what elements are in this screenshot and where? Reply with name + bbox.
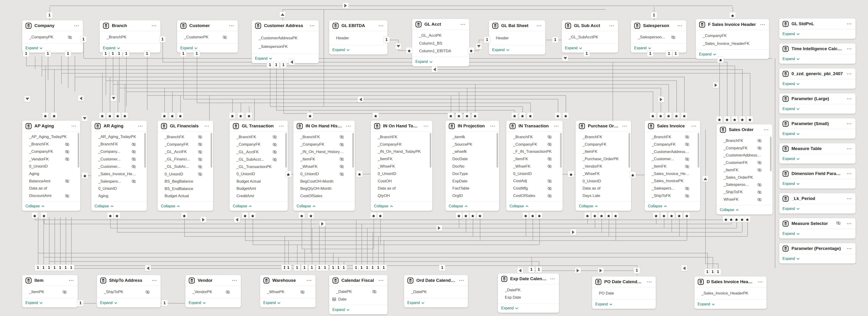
field-row-date[interactable]: Date <box>329 297 388 302</box>
collapse-link[interactable]: Collapse <box>645 201 700 211</box>
expand-link[interactable]: Expand <box>779 129 856 138</box>
collapse-link[interactable]: Collapse <box>91 201 147 211</box>
field-row-branchfk[interactable]: _BranchFK <box>158 134 213 139</box>
field-row-0-unionid[interactable]: 0_UnionID <box>229 172 288 177</box>
collapse-link[interactable]: Collapse <box>22 201 80 211</box>
field-row-costofsales[interactable]: CostOfSales <box>506 193 563 198</box>
eye-off-icon[interactable] <box>272 134 277 139</box>
expand-link[interactable]: Expand <box>779 179 856 188</box>
field-row-begqtyoh-month[interactable]: BegQtyOH-Month <box>293 186 355 191</box>
expand-link[interactable]: Expand <box>185 298 241 308</box>
eye-off-icon[interactable] <box>547 164 552 169</box>
field-row-sales-orderpk[interactable]: _Sales_OrderPK <box>717 175 773 180</box>
field-row-companyfk[interactable]: _CompanyFK <box>506 142 563 147</box>
expand-link[interactable]: Expand <box>779 204 856 213</box>
table-menu-button[interactable]: ⋯ <box>553 125 559 127</box>
field-row-shiptofk[interactable]: _ShipToFK <box>645 193 700 198</box>
field-row-vendorfk[interactable]: _VendorFK <box>576 164 631 169</box>
field-row-salesperson[interactable]: _Salesperson... <box>631 35 686 40</box>
eye-off-icon[interactable] <box>272 142 277 147</box>
field-row-vendorfk[interactable]: _VendorFK <box>22 157 80 162</box>
table-card-d-sales-invoice-header[interactable]: D Sales Invoice Header⋯_Sales_Invoice_He… <box>694 277 767 309</box>
table-card-po-date-calendar-fiscal[interactable]: PO Date Calendar Fiscal⋯PO DateExpand <box>592 277 656 309</box>
field-row-itemfk[interactable]: _ItemFK <box>576 149 631 154</box>
eye-off-icon[interactable] <box>547 157 552 161</box>
field-row-purchase-orderpk[interactable]: _Purchase_OrderPK <box>576 157 631 161</box>
table-menu-button[interactable]: ⋯ <box>378 25 384 27</box>
table-menu-button[interactable]: ⋯ <box>73 25 80 27</box>
eye-off-icon[interactable] <box>131 164 136 169</box>
table-menu-button[interactable]: ⋯ <box>151 25 157 27</box>
eye-off-icon[interactable] <box>62 290 67 294</box>
table-card-parameter-small[interactable]: Parameter (Small)⋯Expand <box>779 118 856 139</box>
eye-off-icon[interactable] <box>757 182 762 187</box>
expand-link[interactable]: Expand <box>489 45 545 55</box>
field-row-branchfk[interactable]: _BranchFK <box>717 138 773 143</box>
field-row-sales-invoicepk[interactable]: _Sales_InvoicePK <box>645 179 700 183</box>
field-list-scrollbar[interactable] <box>698 133 699 167</box>
collapse-link[interactable]: Collapse <box>371 201 432 211</box>
table-card-in-projection[interactable]: IN Projection⋯_itemfk_SourcePK_whsefkDoc… <box>445 121 499 211</box>
collapse-link[interactable]: Collapse <box>229 201 288 211</box>
table-card-ap-aging[interactable]: AP Aging⋯_AP_Aging_TodayPK_BranchFK_Comp… <box>22 121 80 211</box>
field-row-bs-endbalance[interactable]: BS_EndBalance <box>158 187 213 191</box>
field-row-in-on-hand-todaypk[interactable]: _IN_On_Hand_TodayPK <box>371 149 432 154</box>
table-card-sales-invoice[interactable]: Sales Invoice⋯_BranchFK_CompanyFK_Custom… <box>645 121 700 211</box>
eye-off-icon[interactable] <box>198 150 203 154</box>
eye-off-icon[interactable] <box>339 164 344 169</box>
field-row-0-unionid[interactable]: 0_UnionID <box>293 172 355 177</box>
field-row-itemfk[interactable]: _ItemFK <box>293 157 355 162</box>
field-row-branchfk[interactable]: _BranchFK <box>229 134 288 139</box>
expand-link[interactable]: Expand <box>779 54 856 64</box>
field-row-exp-date[interactable]: Exp Date <box>498 295 559 300</box>
field-row-ar-aging-todaypk[interactable]: _AR_Aging_TodayPK <box>91 134 147 139</box>
table-card-in-transaction[interactable]: IN Transaction⋯_BranchFK_CompanyFK_F_IN_… <box>506 121 563 211</box>
field-row-whsefk[interactable]: _WhseFK <box>371 164 432 169</box>
eye-off-icon[interactable] <box>65 193 69 198</box>
field-row-companyfk[interactable]: _CompanyFK <box>717 146 773 151</box>
field-row-gl-transactionpk[interactable]: _GL_TransactionPK <box>229 165 288 169</box>
table-menu-button[interactable]: ⋯ <box>846 72 852 75</box>
expand-link[interactable]: Expand <box>404 298 468 308</box>
field-row-column1-ebitda[interactable]: Column1_EBITDA <box>412 49 469 54</box>
field-row-budgetamt[interactable]: BudgetAmt <box>229 186 288 191</box>
field-row-whsefk[interactable]: WhseFK <box>717 197 773 202</box>
field-row-customer[interactable]: _Customer... <box>645 157 700 162</box>
table-menu-button[interactable]: ⋯ <box>846 23 852 25</box>
field-row-budget-actual[interactable]: Budget Actual <box>158 194 213 198</box>
field-row-begcostoh-month[interactable]: BegCostOH-Month <box>293 179 355 184</box>
field-row-days-late[interactable]: Days Late <box>576 193 631 198</box>
eye-off-icon[interactable] <box>198 164 203 169</box>
eye-off-icon[interactable] <box>339 134 344 139</box>
field-row-data-as-of[interactable]: Data as of <box>576 186 631 191</box>
field-row-balanceamt[interactable]: BalanceAmt <box>22 179 80 184</box>
field-row-itemfk[interactable]: _ItemFK <box>645 164 700 169</box>
eye-off-icon[interactable] <box>65 179 69 184</box>
expand-link[interactable]: Expand <box>22 298 78 308</box>
collapse-link[interactable]: Collapse <box>717 205 773 215</box>
field-row-companyfk[interactable]: _CompanyFK <box>293 142 355 147</box>
table-menu-button[interactable]: ⋯ <box>846 222 852 225</box>
expand-link[interactable]: Expand <box>779 254 856 263</box>
table-menu-button[interactable]: ⋯ <box>151 279 157 282</box>
eye-off-icon[interactable] <box>198 134 203 139</box>
eye-off-icon[interactable] <box>757 160 762 165</box>
field-row-gl-acctpk[interactable]: _GL_AcctPK <box>412 33 469 38</box>
table-card-time-intelligence-calcul[interactable]: Time Intelligence Calcul...⋯Expand <box>779 43 856 64</box>
table-menu-button[interactable]: ⋯ <box>490 125 496 127</box>
table-card-gl-sub-acct[interactable]: GL Sub Acct⋯_GL_SubAcctPKExpand <box>562 20 618 53</box>
table-menu-button[interactable]: ⋯ <box>345 125 351 127</box>
field-row-gl-financi[interactable]: _GL_Financi... <box>158 157 213 162</box>
table-menu-button[interactable]: ⋯ <box>846 247 852 250</box>
table-card-0-zzd-generic-pbi-2407[interactable]: 0_zzd_generic_pbi_2407⋯Expand <box>779 68 856 89</box>
field-row-customerfk[interactable]: _CustomerFK <box>717 160 773 165</box>
eye-off-icon[interactable] <box>222 35 227 40</box>
field-row-sales-invoice-head[interactable]: _Sales_Invoice_Head... <box>645 171 700 176</box>
eye-off-icon[interactable] <box>339 172 344 177</box>
table-card-gl-acct[interactable]: GL Acct⋯_GL_AcctPKColumn1_BSColumn1_EBIT… <box>412 19 469 66</box>
table-menu-button[interactable]: ⋯ <box>646 281 653 283</box>
field-row-branchfk[interactable]: _BranchFK <box>91 142 147 147</box>
eye-off-icon[interactable] <box>757 197 762 202</box>
field-list-scrollbar[interactable] <box>144 133 146 167</box>
field-row-companypk[interactable]: _CompanyPK <box>22 35 83 40</box>
